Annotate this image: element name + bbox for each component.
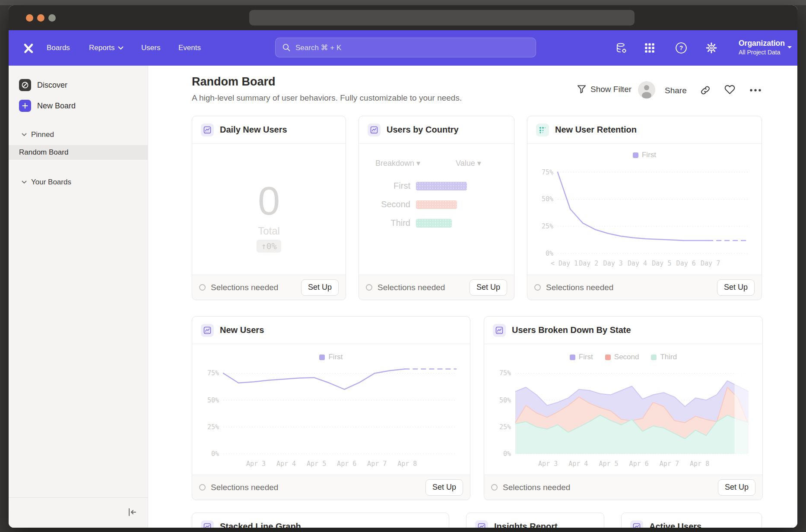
bar-label: Second xyxy=(359,200,416,209)
collapse-sidebar-icon[interactable] xyxy=(127,507,137,517)
svg-text:Apr 5: Apr 5 xyxy=(599,460,618,468)
legend-item: Second xyxy=(605,353,639,361)
value-dropdown[interactable]: Value ▾ xyxy=(456,158,481,168)
page-subtitle: A high-level summary of user behaviors. … xyxy=(192,93,462,103)
country-bar-row: Second xyxy=(359,195,514,214)
line-chart-icon xyxy=(368,124,381,136)
address-bar[interactable] xyxy=(249,10,635,25)
traffic-light-minimize[interactable] xyxy=(37,14,44,22)
legend-swatch xyxy=(319,355,325,360)
status-circle-icon xyxy=(491,484,498,491)
sidebar-item-random-board[interactable]: Random Board xyxy=(9,145,148,160)
legend-swatch xyxy=(605,355,611,360)
card-stacked-line-graph: Stacked Line Graph xyxy=(192,513,449,528)
card-title: New Users xyxy=(220,325,264,335)
status-text: Selections needed xyxy=(491,483,570,492)
desktop-top-strip xyxy=(0,0,806,5)
set-up-button[interactable]: Set Up xyxy=(470,279,507,296)
line-chart-icon xyxy=(201,520,214,528)
svg-text:< Day 1: < Day 1 xyxy=(551,260,578,267)
set-up-button[interactable]: Set Up xyxy=(718,479,755,496)
svg-text:0%: 0% xyxy=(546,250,553,257)
line-chart-icon xyxy=(475,520,488,528)
nav-item-users[interactable]: Users xyxy=(141,30,160,66)
nav-item-label: Reports xyxy=(89,30,115,66)
org-switcher[interactable]: Organization All Project Data xyxy=(739,38,785,57)
status-text: Selections needed xyxy=(199,283,278,292)
filter-funnel-icon xyxy=(577,85,586,94)
traffic-light-close[interactable] xyxy=(26,14,33,22)
top-nav: Boards Reports Users Events Search ⌘ + K xyxy=(9,30,797,66)
traffic-light-zoom[interactable] xyxy=(48,14,56,22)
org-name: Organization xyxy=(739,38,785,48)
svg-text:0%: 0% xyxy=(503,450,511,458)
more-options-icon[interactable] xyxy=(749,89,762,92)
legend-swatch xyxy=(570,355,575,360)
legend-item: First xyxy=(570,353,593,361)
card-footer: Selections needed Set Up xyxy=(527,275,762,300)
svg-text:Apr 6: Apr 6 xyxy=(337,460,356,468)
nav-item-label: Users xyxy=(141,30,160,66)
avatar[interactable] xyxy=(638,81,655,98)
sidebar-item-label: New Board xyxy=(37,101,76,111)
sidebar-section-label: Your Boards xyxy=(31,178,71,187)
svg-text:75%: 75% xyxy=(499,369,511,377)
set-up-button[interactable]: Set Up xyxy=(717,279,755,296)
svg-text:Apr 4: Apr 4 xyxy=(276,460,296,468)
card-footer: Selections needed Set Up xyxy=(484,475,762,500)
card-title: Users Broken Down By State xyxy=(512,325,631,335)
chart-legend: FirstSecondThird xyxy=(484,353,762,361)
apps-grid-icon[interactable] xyxy=(644,42,656,54)
settings-gear-icon[interactable] xyxy=(705,42,717,54)
card-title: Users by Country xyxy=(387,125,459,135)
help-icon[interactable]: ? xyxy=(675,42,687,54)
retention-grid-icon xyxy=(536,124,549,136)
favorite-heart-icon[interactable] xyxy=(724,85,735,95)
sidebar-section-pinned[interactable]: Pinned xyxy=(9,130,148,140)
card-header: New Users xyxy=(192,317,470,344)
svg-text:25%: 25% xyxy=(499,423,511,431)
nav-item-label: Boards xyxy=(47,30,70,66)
nav-item-reports[interactable]: Reports xyxy=(89,30,124,66)
nav-item-boards[interactable]: Boards xyxy=(47,30,70,66)
sidebar-item-label: Random Board xyxy=(19,148,68,157)
set-up-button[interactable]: Set Up xyxy=(301,279,339,296)
sidebar-item-new-board[interactable]: New Board xyxy=(9,99,148,113)
svg-text:Apr 6: Apr 6 xyxy=(629,460,649,468)
svg-text:Apr 7: Apr 7 xyxy=(367,460,387,468)
card-header: Stacked Line Graph xyxy=(192,513,449,528)
mixpanel-logo[interactable] xyxy=(22,41,35,55)
browser-window: Boards Reports Users Events Search ⌘ + K xyxy=(9,5,797,528)
card-footer: Selections needed Set Up xyxy=(192,275,346,300)
card-new-user-retention: New User Retention First 0%25%50%75%< Da… xyxy=(527,116,762,300)
svg-text:Day 3: Day 3 xyxy=(603,260,623,267)
search-icon xyxy=(282,43,291,52)
svg-text:Day 7: Day 7 xyxy=(701,260,720,267)
new-users-chart: 0%25%50%75%Apr 3Apr 4Apr 5Apr 6Apr 7Apr … xyxy=(199,362,462,474)
svg-text:Apr 7: Apr 7 xyxy=(660,460,679,468)
sidebar-item-discover[interactable]: Discover xyxy=(9,78,148,92)
svg-text:50%: 50% xyxy=(542,195,553,203)
status-circle-icon xyxy=(534,284,541,291)
search-input[interactable]: Search ⌘ + K xyxy=(275,38,536,57)
nav-item-events[interactable]: Events xyxy=(178,30,201,66)
svg-text:Day 6: Day 6 xyxy=(676,260,696,267)
sidebar-section-your-boards[interactable]: Your Boards xyxy=(9,177,148,187)
show-filter-button[interactable]: Show Filter xyxy=(577,85,631,94)
card-header: Users by Country xyxy=(359,116,514,144)
bar-label: Third xyxy=(359,218,416,228)
card-title: Stacked Line Graph xyxy=(220,522,301,528)
copy-link-icon[interactable] xyxy=(700,85,711,95)
chart-legend: First xyxy=(192,353,470,361)
legend-item: First xyxy=(633,151,656,159)
discover-icon xyxy=(19,79,31,91)
share-button[interactable]: Share xyxy=(665,86,687,95)
card-insights-report: Insights Report xyxy=(466,513,604,528)
bar xyxy=(416,219,452,228)
share-label: Share xyxy=(665,86,687,95)
set-up-button[interactable]: Set Up xyxy=(425,479,463,496)
breakdown-dropdown[interactable]: Breakdown ▾ xyxy=(375,158,420,168)
svg-text:Apr 3: Apr 3 xyxy=(246,460,266,468)
data-management-icon[interactable] xyxy=(615,42,627,54)
svg-text:50%: 50% xyxy=(499,396,511,404)
